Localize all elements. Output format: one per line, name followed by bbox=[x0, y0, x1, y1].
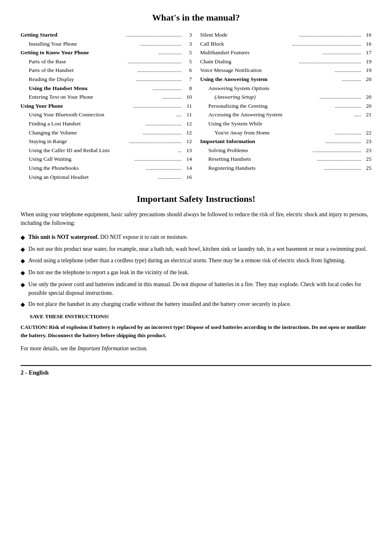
toc-page: 11 bbox=[182, 102, 192, 111]
toc-page: 16 bbox=[182, 173, 192, 182]
toc-page: 20 bbox=[361, 75, 371, 84]
bullet-text: Do not place the handset in any charging… bbox=[28, 300, 291, 308]
toc-dots: ................................... bbox=[133, 102, 182, 111]
diamond-icon: ◆ bbox=[21, 300, 25, 309]
toc-page: 23 bbox=[361, 146, 371, 155]
toc-entry: Finding a Lost Handset .................… bbox=[21, 119, 192, 128]
toc-label: Accessing the Answering System bbox=[208, 110, 354, 119]
diamond-icon: ◆ bbox=[21, 280, 25, 289]
safety-bullet-item: ◆This unit is NOT waterproof. DO NOT exp… bbox=[21, 233, 371, 242]
toc-entry: Important Information ..................… bbox=[200, 137, 371, 146]
toc-dots: .............. bbox=[162, 93, 182, 102]
toc-page: 12 bbox=[182, 128, 192, 137]
toc-dots: .......................... bbox=[325, 137, 361, 146]
toc-label: Chain Dialing bbox=[200, 57, 299, 66]
bullet-text: Do not use the telephone to report a gas… bbox=[28, 268, 189, 277]
toc-page: 8 bbox=[182, 84, 192, 93]
toc-dots: ............................ bbox=[143, 128, 182, 137]
page-footer-label: 2 - English bbox=[21, 369, 48, 376]
toc-entry: Using the Answering System .............… bbox=[200, 75, 371, 84]
toc-label: (Answering Setup) bbox=[214, 93, 320, 102]
toc-entry: Personalizing the Greeting .............… bbox=[200, 102, 371, 111]
toc-page: 21 bbox=[361, 110, 371, 119]
toc-dots: ................... bbox=[335, 128, 361, 137]
safety-bullets: ◆This unit is NOT waterproof. DO NOT exp… bbox=[21, 233, 371, 309]
toc-label: Answering System Options bbox=[208, 84, 361, 93]
toc-dots: .......................... bbox=[145, 164, 182, 173]
toc-right-column: Silent Mode ............................… bbox=[200, 30, 371, 181]
toc-label: Solving Problems bbox=[208, 146, 313, 155]
toc-dots: ........................... bbox=[324, 164, 361, 173]
toc-entry: You're Away from Home ..................… bbox=[200, 128, 371, 137]
toc-label: Staying in Range bbox=[29, 137, 129, 146]
toc-page: 17 bbox=[361, 48, 371, 57]
toc-label: Using the Answering System bbox=[200, 75, 342, 84]
toc-label: Using Your Bluetooth Connection bbox=[29, 110, 176, 119]
toc-label: Registering Handsets bbox=[208, 164, 324, 173]
toc-label: Changing the Volume bbox=[29, 128, 143, 137]
toc-dots: ..................... bbox=[152, 84, 182, 93]
toc-entry: Using an Optional Headset ..............… bbox=[21, 173, 192, 182]
toc-label: Call Block bbox=[200, 39, 292, 49]
toc-entry: Parts of the Base ......................… bbox=[21, 57, 192, 66]
toc-label: Finding a Lost Handset bbox=[29, 119, 145, 128]
toc-label: Using the Phonebooks bbox=[29, 164, 145, 173]
toc-page: 3 bbox=[182, 39, 192, 49]
toc-page: 20 bbox=[361, 102, 371, 111]
toc-dots: ...................................... bbox=[129, 137, 182, 146]
diamond-icon: ◆ bbox=[21, 245, 25, 254]
diamond-icon: ◆ bbox=[21, 268, 25, 278]
toc-label: Using Your Phone bbox=[21, 102, 133, 111]
toc-entry: Multihandset Features ..................… bbox=[200, 48, 371, 57]
toc-page: 16 bbox=[361, 39, 371, 49]
toc-label: Using an Optional Headset bbox=[29, 173, 158, 182]
safety-section: Important Safety Instructions! When usin… bbox=[21, 194, 371, 353]
toc-entry: Using Your Phone .......................… bbox=[21, 102, 192, 111]
toc-entry: Solving Problems .......................… bbox=[200, 146, 371, 155]
toc-page: 10 bbox=[182, 93, 192, 102]
toc-entry: Call Block .............................… bbox=[200, 39, 371, 49]
toc-label: Using the System While bbox=[208, 119, 361, 128]
safety-bullet-item: ◆Use only the power cord and batteries i… bbox=[21, 280, 371, 298]
toc-label: Voice Message Notification bbox=[200, 66, 335, 75]
toc-dots: ................................. bbox=[136, 75, 182, 84]
toc-entry: Accessing the Answering System .....21 bbox=[200, 110, 371, 119]
toc-page: 11 bbox=[182, 110, 192, 119]
toc-entry: Entering Text on Your Phone ............… bbox=[21, 93, 192, 102]
toc-label: Parts of the Handset bbox=[29, 66, 137, 75]
toc-dots: .......................... bbox=[145, 119, 182, 128]
toc-dots: ................... bbox=[335, 102, 361, 111]
safety-bullet-item: ◆Do not place the handset in any chargin… bbox=[21, 300, 371, 309]
toc-page: 7 bbox=[182, 75, 192, 84]
toc-section: What's in the manual? Getting Started ..… bbox=[21, 12, 371, 181]
toc-label: Resetting Handsets bbox=[208, 155, 317, 164]
toc-entry: Registering Handsets ...................… bbox=[200, 164, 371, 173]
toc-dots: .............................. bbox=[320, 93, 361, 102]
toc-page: 5 bbox=[182, 57, 192, 66]
toc-dots: ............................ bbox=[323, 48, 362, 57]
toc-dots: ... bbox=[178, 146, 182, 155]
toc-entry: Reading the Display ....................… bbox=[21, 75, 192, 84]
toc-dots: ........................................ bbox=[126, 30, 182, 39]
toc-label: Getting to Know Your Phone bbox=[21, 48, 158, 57]
page-footer: 2 - English bbox=[21, 365, 371, 376]
toc-page: 14 bbox=[182, 155, 192, 164]
toc-entry: Voice Message Notification .............… bbox=[200, 66, 371, 75]
toc-label: Entering Text on Your Phone bbox=[29, 93, 162, 102]
toc-entry: Getting Started ........................… bbox=[21, 30, 192, 39]
toc-dots: ................. bbox=[158, 173, 182, 182]
toc-entry: Answering System Options bbox=[200, 84, 371, 93]
toc-entry: Chain Dialing ..........................… bbox=[200, 57, 371, 66]
toc-dots: ................................... bbox=[313, 146, 361, 155]
toc-label: Silent Mode bbox=[200, 30, 299, 39]
toc-label: You're Away from Home bbox=[214, 128, 335, 137]
toc-title: What's in the manual? bbox=[21, 12, 371, 23]
toc-page: 23 bbox=[361, 137, 371, 146]
toc-page: 25 bbox=[361, 164, 371, 173]
bullet-text: Use only the power cord and batteries in… bbox=[28, 280, 371, 298]
toc-dots: ..... bbox=[354, 110, 361, 119]
toc-page: 3 bbox=[182, 30, 192, 39]
toc-page: 25 bbox=[361, 155, 371, 164]
toc-entry: Silent Mode ............................… bbox=[200, 30, 371, 39]
toc-entry: Using the Caller ID and Redial Lists ...… bbox=[21, 146, 192, 155]
